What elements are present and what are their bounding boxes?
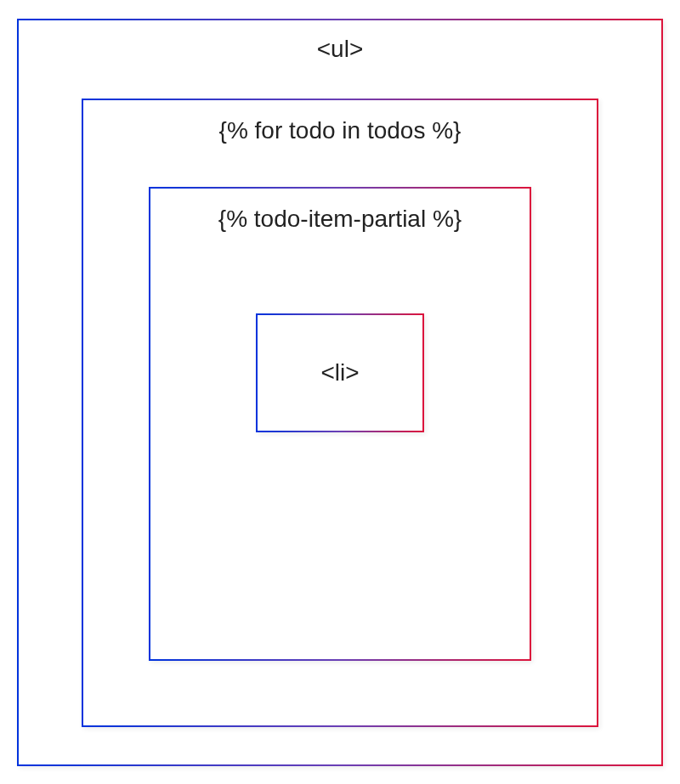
ul-container-box: <ul> {% for todo in todos %} {% todo-ite… (17, 19, 663, 766)
for-loop-box: {% for todo in todos %} {% todo-item-par… (82, 99, 598, 727)
ul-label: <ul> (317, 36, 364, 63)
li-label: <li> (320, 359, 359, 386)
for-loop-label: {% for todo in todos %} (219, 117, 462, 144)
partial-box: {% todo-item-partial %} <li> (149, 187, 531, 661)
partial-label: {% todo-item-partial %} (218, 206, 462, 233)
li-box: <li> (256, 313, 424, 432)
